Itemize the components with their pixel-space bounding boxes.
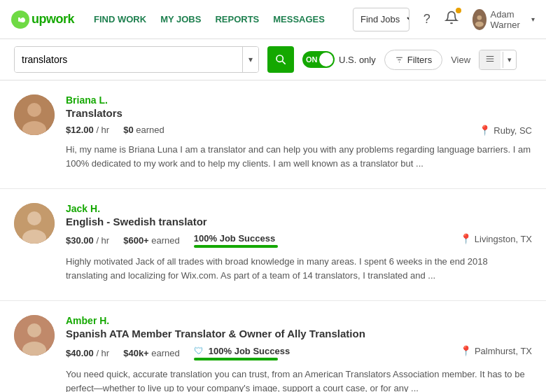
location: 📍 Palmhurst, TX	[460, 345, 532, 356]
svg-point-20	[27, 323, 41, 337]
table-row: Briana L. Translators $12.00 / hr $0 ear…	[0, 80, 546, 189]
search-type-select[interactable]: Find Jobs	[354, 13, 410, 25]
us-only-label: U.S. only	[339, 55, 376, 65]
freelancer-results: Briana L. Translators $12.00 / hr $0 ear…	[0, 80, 546, 392]
toggle-on-label: ON	[306, 55, 318, 64]
table-row: Jack H. English - Swedish translator $30…	[0, 189, 546, 301]
meta-row: $12.00 / hr $0 earned 📍 Ruby, SC	[66, 125, 532, 136]
svg-line-6	[282, 61, 286, 64]
notification-dot	[456, 8, 461, 13]
list-view-button[interactable]	[479, 50, 500, 69]
avatar	[472, 9, 486, 30]
freelancer-title: Spanish ATA Member Translator & Owner of…	[66, 328, 532, 340]
avatar	[14, 94, 55, 135]
freelancer-name[interactable]: Amber H.	[66, 315, 532, 326]
svg-point-4	[475, 21, 484, 27]
us-only-toggle-wrap: ON U.S. only	[302, 51, 376, 68]
location: 📍 Ruby, SC	[479, 125, 532, 136]
job-success-bar	[194, 358, 278, 360]
meta-left: $40.00 / hr $40k+ earned 🛡 100% Job Succ…	[66, 345, 446, 360]
view-label: View	[451, 55, 470, 65]
freelancer-description: You need quick, accurate translation you…	[66, 368, 532, 392]
top-navigation: upwork FIND WORK MY JOBS REPORTS MESSAGE…	[0, 0, 546, 39]
find-work-nav[interactable]: FIND WORK	[94, 14, 146, 24]
us-only-toggle[interactable]: ON	[302, 51, 335, 68]
view-toggle: ▾	[479, 50, 517, 70]
search-dropdown-button[interactable]: ▾	[242, 47, 258, 72]
freelancer-name[interactable]: Jack H.	[66, 203, 532, 214]
shield-icon: 🛡	[194, 345, 204, 356]
freelancer-details: Briana L. Translators $12.00 / hr $0 ear…	[66, 94, 532, 174]
svg-point-14	[27, 103, 41, 117]
location-pin-icon: 📍	[479, 125, 491, 136]
view-dropdown-button[interactable]: ▾	[503, 52, 516, 68]
earned: $0 earned	[123, 125, 164, 135]
reports-nav[interactable]: REPORTS	[215, 14, 259, 24]
meta-right: 📍 Livingston, TX	[460, 233, 532, 244]
earned: $600+ earned	[123, 235, 180, 246]
job-success-bar	[194, 245, 278, 248]
freelancer-details: Jack H. English - Swedish translator $30…	[66, 203, 532, 286]
freelancer-title: Translators	[66, 107, 532, 119]
filters-button[interactable]: Filters	[384, 50, 442, 70]
toggle-knob	[319, 52, 333, 66]
meta-left: $30.00 / hr $600+ earned 100% Job Succes…	[66, 233, 446, 248]
freelancer-search-wrap: ▾	[14, 46, 259, 73]
freelancer-search-input[interactable]	[15, 47, 242, 72]
meta-row: $30.00 / hr $600+ earned 100% Job Succes…	[66, 233, 532, 248]
rate: $12.00 / hr	[66, 125, 109, 135]
global-search-bar[interactable]: Find Jobs	[353, 8, 410, 31]
earned: $40k+ earned	[123, 348, 180, 358]
user-menu-chevron-icon: ▾	[531, 15, 535, 23]
user-menu[interactable]: Adam Warner ▾	[472, 9, 535, 30]
meta-right: 📍 Ruby, SC	[479, 125, 532, 136]
messages-nav[interactable]: MESSAGES	[273, 14, 325, 24]
location-pin-icon: 📍	[460, 233, 472, 244]
search-go-button[interactable]	[267, 46, 294, 73]
freelancer-description: Hi, my name is Briana Luna I am a transl…	[66, 143, 532, 170]
meta-row: $40.00 / hr $40k+ earned 🛡 100% Job Succ…	[66, 345, 532, 360]
svg-point-5	[276, 55, 283, 62]
meta-right: 📍 Palmhurst, TX	[460, 345, 532, 356]
freelancer-name[interactable]: Briana L.	[66, 94, 532, 106]
filters-label: Filters	[407, 55, 432, 65]
svg-point-17	[27, 211, 41, 225]
meta-left: $12.00 / hr $0 earned	[66, 125, 465, 135]
freelancer-description: Highly motivated Jack of all trades with…	[66, 255, 532, 282]
user-name-label: Adam Warner	[491, 9, 527, 30]
freelancer-title: English - Swedish translator	[66, 216, 532, 227]
help-icon[interactable]: ?	[424, 12, 430, 27]
table-row: Amber H. Spanish ATA Member Translator &…	[0, 301, 546, 392]
freelancer-details: Amber H. Spanish ATA Member Translator &…	[66, 315, 532, 392]
job-success: 100% Job Success	[194, 233, 278, 248]
rate: $40.00 / hr	[66, 348, 109, 358]
avatar	[14, 315, 55, 356]
rate: $30.00 / hr	[66, 235, 109, 246]
avatar	[14, 203, 55, 244]
logo-wordmark: upwork	[31, 12, 74, 27]
upwork-logo-icon	[11, 10, 29, 29]
location: 📍 Livingston, TX	[460, 233, 532, 244]
my-jobs-nav[interactable]: MY JOBS	[160, 14, 201, 24]
svg-point-3	[477, 15, 482, 20]
job-success-fill	[194, 358, 278, 360]
job-success-fill	[194, 245, 278, 248]
location-pin-icon: 📍	[460, 345, 472, 356]
job-success: 🛡 100% Job Success	[194, 345, 290, 360]
logo[interactable]: upwork	[11, 10, 74, 29]
filter-bar: ▾ ON U.S. only Filters View ▾	[0, 39, 546, 80]
notifications-icon[interactable]	[444, 10, 458, 28]
